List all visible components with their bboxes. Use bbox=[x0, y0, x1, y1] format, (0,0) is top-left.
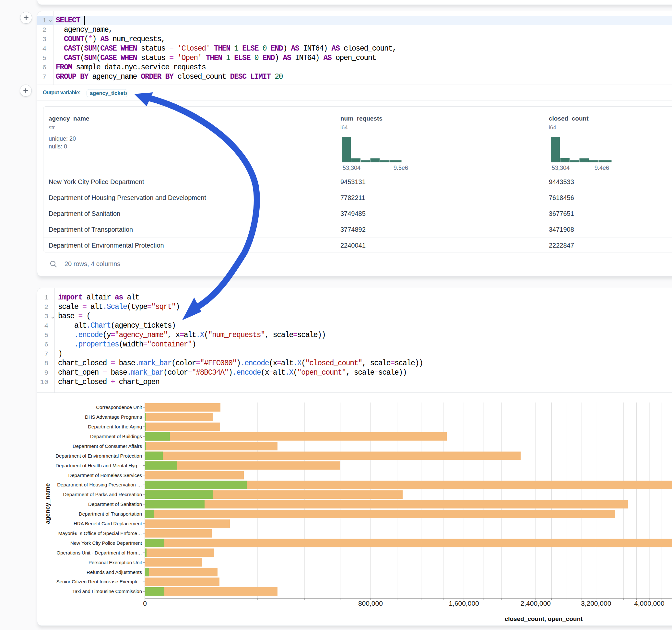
svg-text:800,000: 800,000 bbox=[358, 600, 383, 607]
svg-text:DHS Advantage Programs: DHS Advantage Programs bbox=[85, 414, 142, 420]
svg-text:Department of Transportation: Department of Transportation bbox=[79, 511, 142, 516]
svg-text:HRA Benefit Card Replacement: HRA Benefit Card Replacement bbox=[74, 521, 142, 526]
svg-text:agency_name: agency_name bbox=[44, 483, 51, 524]
svg-text:Department of Environmental Pr: Department of Environmental Protection bbox=[55, 453, 142, 459]
svg-text:4,000,000: 4,000,000 bbox=[634, 600, 664, 607]
svg-text:Correspondence Unit: Correspondence Unit bbox=[96, 405, 142, 410]
svg-text:Mayorâ€ s Office of Special E: Mayorâ€ s Office of Special Enforce… bbox=[58, 531, 142, 536]
svg-text:Department of Sanitation: Department of Sanitation bbox=[88, 501, 142, 507]
svg-text:Department of Health and Menta: Department of Health and Mental Hyg… bbox=[55, 463, 142, 468]
svg-text:1,600,000: 1,600,000 bbox=[449, 600, 479, 607]
svg-text:Department of Consumer Affairs: Department of Consumer Affairs bbox=[73, 443, 142, 449]
svg-text:Department for the Aging: Department for the Aging bbox=[88, 424, 142, 429]
svg-text:Department of Homeless Service: Department of Homeless Services bbox=[68, 472, 142, 478]
svg-text:2,400,000: 2,400,000 bbox=[521, 600, 551, 607]
svg-text:3,200,000: 3,200,000 bbox=[581, 600, 611, 607]
svg-text:Personal Exemption Unit: Personal Exemption Unit bbox=[89, 560, 142, 565]
svg-text:0: 0 bbox=[143, 600, 147, 607]
svg-text:Senior Citizen Rent Increase E: Senior Citizen Rent Increase Exempti… bbox=[56, 579, 142, 584]
svg-text:closed_count, open_count: closed_count, open_count bbox=[505, 615, 583, 622]
svg-text:New York City Police Departmen: New York City Police Department bbox=[70, 540, 142, 546]
svg-text:Department of Housing Preserva: Department of Housing Preservation … bbox=[57, 482, 142, 487]
svg-text:Refunds and Adjustments: Refunds and Adjustments bbox=[87, 570, 142, 575]
svg-text:Department of Buildings: Department of Buildings bbox=[90, 434, 142, 439]
svg-text:Department of Parks and Recrea: Department of Parks and Recreation bbox=[63, 492, 142, 497]
svg-text:Taxi and Limousine Commission: Taxi and Limousine Commission bbox=[72, 588, 142, 594]
svg-text:Operations Unit - Department o: Operations Unit - Department of Hom… bbox=[57, 550, 142, 555]
